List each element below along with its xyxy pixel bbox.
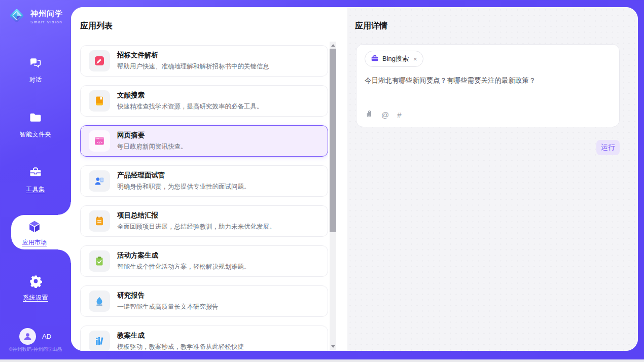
app-list-section: 应用列表 招标文件解析 帮助用户快速、准确地理解和解析招标书中的关键信息 [71,7,347,351]
app-title: 活动方案生成 [117,251,251,260]
sidebar-item-app-market[interactable]: 应用市场 [11,215,71,249]
app-list-title: 应用列表 [80,21,347,31]
svg-text:</>: </> [97,140,102,144]
app-title: 文献搜索 [117,91,263,100]
sidebar-item-label: 工具集 [26,185,45,194]
tool-chip-label: Bing搜索 [382,54,409,63]
books-icon [89,331,110,351]
sidebar-item-toolset[interactable]: 工具集 [0,165,71,194]
app-title: 研究报告 [117,291,219,300]
brand-name: 神州问学 [30,9,63,19]
app-desc: 全面回顾项目进展，总结经验教训，助力未来优化发展。 [117,223,276,231]
gear-icon [29,274,43,290]
app-card-literature-search[interactable]: 文献搜索 快速精准查找学术资源，提高研究效率的必备工具。 [80,85,328,117]
folder-icon [28,111,43,127]
scrollbar-thumb[interactable] [330,49,336,232]
scrollbar-down-arrow-icon[interactable] [330,343,336,350]
content-panel: 应用列表 招标文件解析 帮助用户快速、准确地理解和解析招标书中的关键信息 [71,7,638,351]
app-desc: 每日政府新闻资讯快查。 [117,142,187,151]
sidebar-item-settings[interactable]: 系统设置 [0,274,71,302]
app-window: 神州问学 Smart Vision 对话 智能文件夹 [0,0,644,362]
sidebar-item-label: 系统设置 [23,294,48,302]
app-card-pm-interviewer[interactable]: 产品经理面试官 明确身份和职责，为您提供专业性的面试问题。 [80,165,328,197]
user-profile[interactable]: AD [19,328,51,345]
bottom-strip [0,359,644,362]
run-button[interactable]: 运行 [596,140,620,155]
app-title: 网页摘要 [117,131,187,140]
interviewer-icon [89,170,110,192]
sidebar: 神州问学 Smart Vision 对话 智能文件夹 [0,0,71,362]
scrollbar[interactable] [330,42,336,350]
app-desc: 明确身份和职责，为您提供专业性的面试问题。 [117,183,251,191]
sidebar-item-label: 应用市场 [22,238,47,247]
browser-code-icon: </> [89,130,110,152]
brand-diamond-icon [7,6,26,27]
app-desc: 智能生成个性化活动方案，轻松解决规划难题。 [117,263,251,271]
sidebar-footer: ©神州数码·神州问学出品 [0,346,71,353]
app-card-research-report[interactable]: 研究报告 一键智能生成高质量长文本研究报告 [80,285,328,317]
app-desc: 模板驱动，教案秒成，教学准备从此轻松快捷 [117,343,244,351]
edit-pen-icon [89,50,110,71]
notepad-icon [89,210,110,232]
app-title: 招标文件解析 [117,51,269,60]
cube-icon [27,219,42,236]
sidebar-item-chat[interactable]: 对话 [0,56,71,84]
close-icon[interactable]: × [413,55,417,63]
book-icon [89,90,110,112]
app-detail-card: Bing搜索 × 今日湖北有哪些新闻要点？有哪些需要关注的最新政策？ @ # [356,44,620,127]
app-detail-title: 应用详情 [355,21,638,31]
app-card-project-summary[interactable]: 项目总结汇报 全面回顾项目进展，总结经验教训，助力未来优化发展。 [80,205,328,237]
app-desc: 快速精准查找学术资源，提高研究效率的必备工具。 [117,102,263,111]
ink-report-icon [89,291,110,312]
sidebar-item-label: 智能文件夹 [20,130,52,139]
brand-subtitle: Smart Vision [30,20,63,24]
app-card-bid-analysis[interactable]: 招标文件解析 帮助用户快速、准确地理解和解析招标书中的关键信息 [80,45,328,77]
app-title: 产品经理面试官 [117,171,251,180]
app-card-lesson-plan[interactable]: 教案生成 模板驱动，教案秒成，教学准备从此轻松快捷 [80,325,328,351]
attachment-icon[interactable] [365,110,373,120]
input-toolbar: @ # [365,110,611,120]
brand-logo: 神州问学 Smart Vision [7,6,63,27]
app-desc: 一键智能生成高质量长文本研究报告 [117,303,219,311]
app-detail-section: 应用详情 Bing搜索 × 今日湖北有哪些新闻要点？有哪些需要关注的最新政策？ [347,7,638,351]
avatar [19,328,36,345]
hash-icon[interactable]: # [397,111,401,119]
app-desc: 帮助用户快速、准确地理解和解析招标书中的关键信息 [117,62,269,71]
user-name: AD [42,333,51,340]
app-list: 招标文件解析 帮助用户快速、准确地理解和解析招标书中的关键信息 文献搜索 [80,45,328,351]
tool-chip-bing-search[interactable]: Bing搜索 × [365,51,423,67]
toolbox-icon [28,165,43,182]
clipboard-check-icon [89,250,110,272]
scrollbar-up-arrow-icon[interactable] [330,42,336,49]
query-text: 今日湖北有哪些新闻要点？有哪些需要关注的最新政策？ [365,76,611,85]
briefcase-icon [371,54,379,64]
app-card-web-summary[interactable]: </> 网页摘要 每日政府新闻资讯快查。 [80,125,328,157]
app-card-event-plan[interactable]: 活动方案生成 智能生成个性化活动方案，轻松解决规划难题。 [80,245,328,277]
app-title: 教案生成 [117,331,244,340]
sidebar-item-smart-folder[interactable]: 智能文件夹 [0,111,71,139]
mention-icon[interactable]: @ [381,111,389,119]
app-title: 项目总结汇报 [117,211,276,220]
chat-icon [28,56,43,72]
sidebar-item-label: 对话 [29,76,42,84]
